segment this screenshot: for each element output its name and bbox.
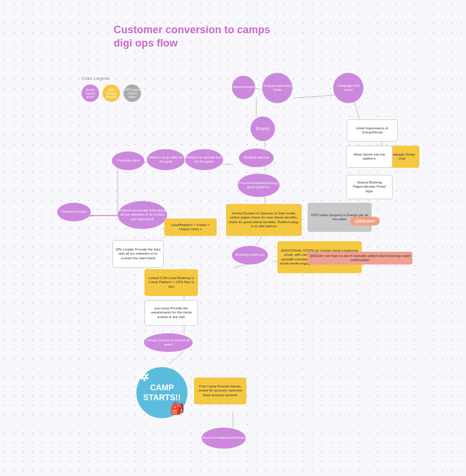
node-goal-platform[interactable]: Goal/Platform = Points = Happy camp s — [164, 218, 217, 236]
node-linked-con[interactable]: Linked CON-Lead Booking to Camp Platform… — [144, 269, 198, 296]
node-platform-go[interactable]: Platform to go after for the goal — [147, 149, 185, 170]
legend-circle-purple: Vendor Contact points — [82, 84, 99, 102]
node-booking-confirmed[interactable]: Booking confirmed — [232, 246, 268, 265]
camp-star-icon: ✲ — [139, 370, 149, 384]
node-allow-clients[interactable]: Allow clients into the platform — [346, 146, 393, 168]
node-elsver-note[interactable]: @ElsVer: we have to see if manually edit… — [308, 252, 412, 265]
node-camp-starts[interactable]: ✲ 🎒 CAMP STARTS!! — [136, 367, 188, 418]
node-enquiry[interactable]: Enquiry — [250, 117, 275, 141]
page-title: Customer conversion to camps digi ops fl… — [114, 23, 288, 51]
node-account-created[interactable]: Account created and linked — [202, 428, 246, 449]
node-vendor-system[interactable]: Vendor/System to Operate on that model, … — [226, 204, 302, 236]
node-elsver-tag[interactable]: @ElsVer! — [350, 217, 380, 225]
node-campaign-roi[interactable]: Campaign ROI status — [333, 73, 363, 103]
node-analyse[interactable]: Analyse data from GAds — [262, 73, 292, 103]
node-advertisement[interactable]: advertisement — [232, 76, 255, 99]
legend-label-purple: Vendor Contact points — [82, 88, 99, 98]
node-platform-operate[interactable]: Platform to operate from for the goals — [185, 149, 223, 170]
node-finance-discuss[interactable]: Finance Discuss — [57, 203, 91, 221]
node-pre-camp[interactable]: pre-camp Provide the requirements for th… — [144, 300, 198, 326]
node-booking-attempt[interactable]: Booking attempt — [239, 149, 274, 167]
node-post-camp[interactable]: Post Camp Provide thanks, review for acc… — [194, 378, 246, 404]
legend-label-yellow: SMS Updates deadline — [103, 88, 120, 98]
svg-line-17 — [169, 351, 184, 364]
node-trainings-done[interactable]: Trainings done — [112, 151, 144, 170]
camp-char-icon: 🎒 — [170, 401, 185, 415]
legend-title: Color Legend — [82, 76, 141, 81]
node-initial-impressions[interactable]: Initial Impressions of Group/Rental — [347, 119, 398, 142]
node-venue-checks[interactable]: Venue Checks to ensure all good — [144, 333, 193, 352]
legend-label-gray: GPS Center contact status — [123, 88, 141, 98]
legend-circle-gray: GPS Center contact status — [123, 84, 141, 102]
flow-lines — [0, 0, 466, 476]
node-platform-links[interactable]: Platform to provide links along all our … — [118, 201, 167, 229]
node-shared-booking[interactable]: Shared Booking Page/calendar Portal logi… — [346, 175, 393, 199]
legend-circle-yellow: SMS Updates deadline — [103, 84, 120, 102]
svg-line-2 — [295, 95, 338, 98]
color-legend: Color Legend Vendor Contact points SMS U… — [82, 76, 141, 102]
node-process-followed[interactable]: Process Followed Energy goals plat/form — [238, 174, 280, 197]
node-ops-leader[interactable]: OPs Leader Provide the links and all our… — [112, 240, 164, 268]
